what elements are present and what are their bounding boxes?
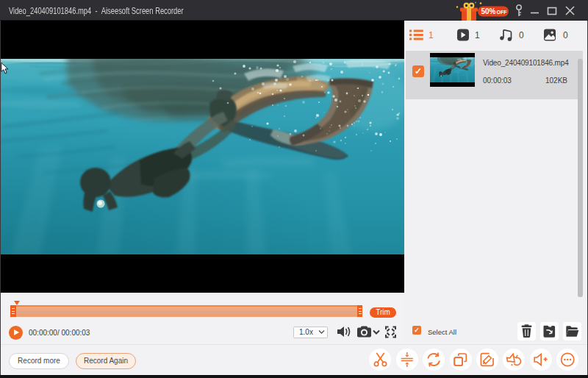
svg-text:0: 0: [519, 30, 524, 40]
svg-text:OFF: OFF: [497, 10, 508, 15]
svg-text:1: 1: [429, 30, 434, 40]
svg-text:50%: 50%: [481, 7, 496, 15]
svg-text:0: 0: [563, 30, 568, 40]
svg-text:1: 1: [475, 30, 480, 40]
